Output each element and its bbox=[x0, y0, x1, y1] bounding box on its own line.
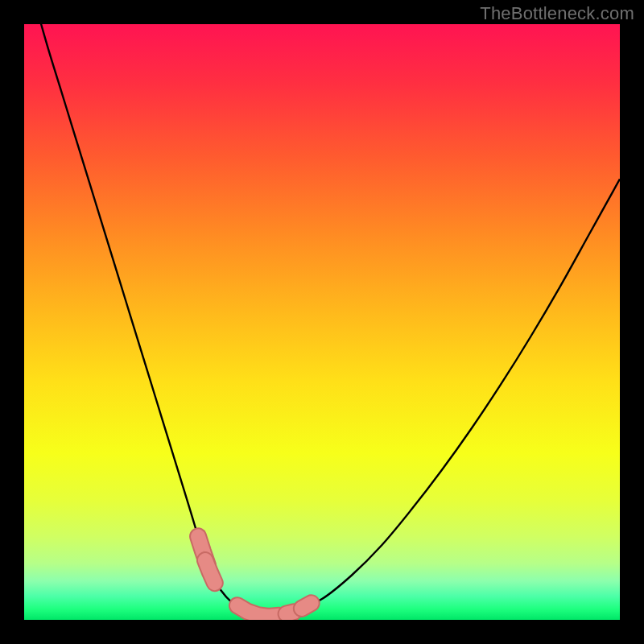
blob-fill bbox=[302, 603, 312, 609]
chart-frame: TheBottleneck.com bbox=[0, 0, 644, 644]
plot-svg bbox=[24, 24, 620, 620]
watermark-text: TheBottleneck.com bbox=[480, 3, 634, 24]
plot-area bbox=[24, 24, 620, 620]
gradient-background bbox=[24, 24, 620, 620]
blob-fill bbox=[287, 612, 294, 613]
blob-fill bbox=[205, 560, 215, 583]
